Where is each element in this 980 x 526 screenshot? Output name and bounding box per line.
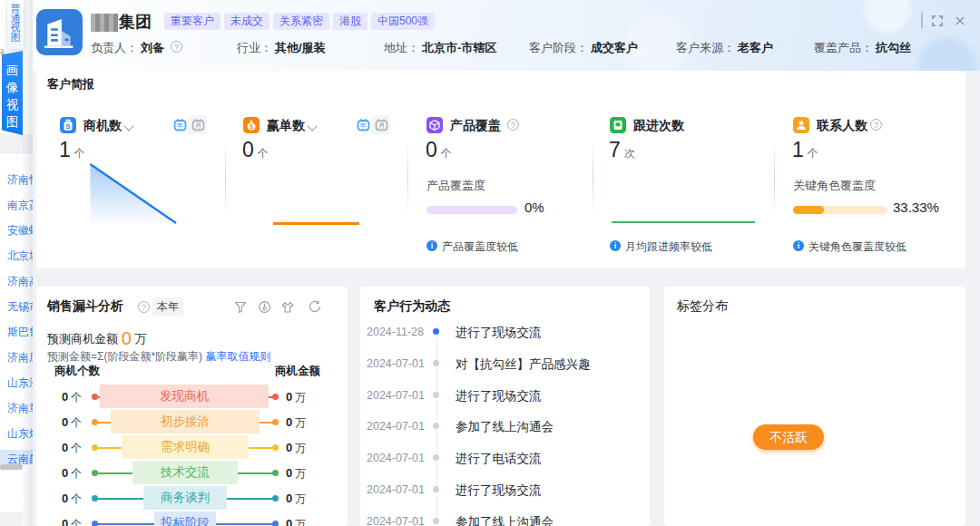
svg-text:$: $ (250, 123, 253, 131)
svg-text:月: 月 (194, 122, 201, 130)
svg-text:年: 年 (175, 122, 183, 130)
svg-text:年: 年 (358, 122, 367, 130)
svg-text:S: S (65, 122, 70, 131)
svg-text:月: 月 (377, 122, 385, 130)
